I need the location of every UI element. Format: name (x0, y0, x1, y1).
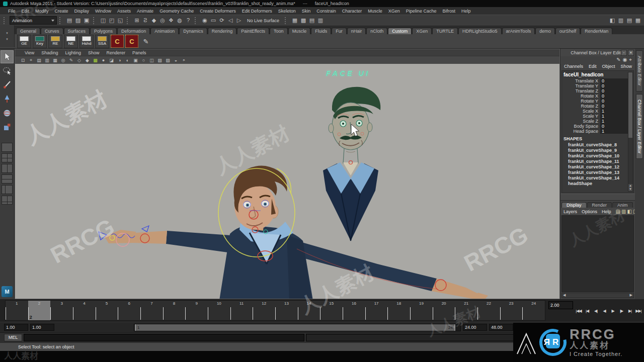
layout-two-pane-stacked-button[interactable] (2, 174, 13, 184)
viewport-3d-canvas[interactable]: FACE UI (15, 64, 559, 299)
lock-selection-icon[interactable]: ◉ (201, 16, 209, 25)
layout-outliner-pane-button[interactable] (2, 185, 13, 194)
bookmarks-icon[interactable]: ▥ (43, 58, 51, 63)
timeline-frame[interactable]: 11 (230, 301, 253, 320)
shelf-tab[interactable]: RenderMan (581, 28, 612, 34)
shape-node-row[interactable]: frankUI_curveShape_12 (564, 164, 628, 170)
grease-pencil-icon[interactable]: ✎ (67, 58, 75, 63)
shelf-tab[interactable]: Muscle (288, 28, 311, 34)
playback-start-field[interactable]: 1.00 (30, 324, 54, 331)
menu-item[interactable]: Edit Deformers (239, 9, 275, 14)
menu-item[interactable]: Skin (299, 9, 314, 14)
lasso-select-tool[interactable] (1, 64, 14, 77)
construction-history-icon[interactable]: ⟳ (218, 16, 226, 25)
shelf-tab[interactable]: nCloth (366, 28, 387, 34)
layout-two-pane-side-button[interactable] (2, 164, 13, 173)
timeline-frame[interactable]: 24 (522, 301, 545, 320)
shelf-button-re[interactable]: RE (48, 35, 62, 48)
layer-editor-menu-item[interactable]: Layers (564, 209, 577, 214)
shelf-tab[interactable]: nHair (347, 28, 366, 34)
move-tool[interactable] (1, 93, 14, 106)
screen-space-ao-icon[interactable]: ◑ (116, 58, 123, 63)
paint-select-tool[interactable] (1, 78, 14, 92)
menu-item[interactable]: Edit (19, 9, 33, 14)
input-connections-icon[interactable]: ◁ (226, 16, 234, 25)
default-material-icon[interactable]: ○ (140, 58, 147, 63)
timeline-frame[interactable]: 18 (387, 301, 410, 320)
channel-box-menu-item[interactable]: Object (602, 64, 615, 69)
close-panel-icon[interactable]: ✕ (628, 50, 634, 56)
current-time-field[interactable]: 2.00 (548, 301, 573, 309)
select-by-component-icon[interactable]: ◱ (116, 16, 124, 25)
shelf-button-ge[interactable]: GE (17, 35, 31, 48)
channel-box-menu-item[interactable]: Edit (589, 64, 597, 69)
command-input-field[interactable] (24, 334, 304, 341)
mel-toggle-button[interactable]: MEL (4, 334, 22, 341)
shape-node-row[interactable]: frankUI_curveShape_8 (564, 142, 628, 148)
timeline-frame[interactable]: 14 (298, 301, 320, 320)
shelf-tab[interactable]: Curves (41, 28, 63, 34)
timeline-frame[interactable]: 7 (140, 301, 163, 320)
motion-blur-icon[interactable]: ◐ (124, 58, 131, 63)
shelf-button-ssa[interactable]: SSA (95, 35, 109, 48)
ipr-render-icon[interactable]: ▩ (299, 16, 307, 25)
go-to-end-button[interactable]: ▶▶| (634, 309, 642, 313)
shelf-tab[interactable]: HDRLightStudio5 (458, 28, 502, 34)
shelf-tab[interactable]: TURTLE (432, 28, 458, 34)
channel-box-menu-item[interactable]: Show (621, 64, 632, 69)
shelf-tab[interactable]: ourShelf (555, 28, 581, 34)
menu-item[interactable]: Window (92, 9, 114, 14)
shape-node-row[interactable]: frankUI_curveShape_14 (564, 175, 628, 181)
joints-xray-icon[interactable]: ▨ (164, 58, 172, 63)
go-to-start-button[interactable]: |◀◀ (575, 309, 583, 313)
quick-help-icon[interactable]: ? (184, 16, 192, 25)
new-scene-icon[interactable]: ▤ (65, 16, 73, 25)
timeline-frame[interactable]: 5 (96, 301, 118, 320)
play-forwards-button[interactable]: ▶ (609, 309, 617, 313)
frame-ruler[interactable]: 1 2 2 3 4 5 (5, 300, 545, 321)
timeline-frame[interactable]: 17 (365, 301, 388, 320)
shelf-tab[interactable]: General (16, 28, 40, 34)
pin-panel-icon[interactable]: ▫ (621, 50, 627, 56)
timeline-frame[interactable]: 20 (433, 301, 455, 320)
menu-item[interactable]: Modify (32, 9, 52, 14)
save-scene-icon[interactable]: ▣ (83, 16, 91, 25)
shelf-button-hshd[interactable]: Hshd (79, 35, 94, 48)
create-layer-icon[interactable]: ◧ (627, 209, 631, 214)
shelf-tab[interactable]: demo (535, 28, 555, 34)
shaded-mode-icon[interactable]: ◆ (84, 58, 91, 63)
channel-scrollbar[interactable]: ▲▼ (628, 72, 633, 192)
timeline-frame[interactable]: 15 (320, 301, 343, 320)
step-forward-key-button[interactable]: |▶ (617, 309, 625, 313)
panel-menu-item[interactable]: Lighting (61, 50, 85, 55)
layout-three-pane-button[interactable] (2, 196, 13, 205)
drag-grip[interactable] (93, 17, 97, 24)
snap-to-curves-icon[interactable]: Ƨ (141, 16, 149, 25)
menu-item[interactable]: Help (458, 9, 474, 14)
shelf-tab[interactable]: Dynamics (179, 28, 207, 34)
move-layer-icon[interactable]: ▤ (616, 209, 620, 214)
shape-node-row[interactable]: frankUI_curveShape_13 (564, 170, 628, 175)
shape-node-row[interactable]: frankUI_curveShape_11 (564, 159, 628, 164)
isolate-select-icon[interactable]: ◫ (148, 58, 155, 63)
menu-item[interactable]: Create (52, 9, 71, 14)
drag-grip[interactable] (285, 17, 288, 24)
highlight-selection-icon[interactable]: ▭ (209, 16, 217, 25)
step-back-frame-button[interactable]: |◀ (583, 309, 591, 313)
drag-grip[interactable] (59, 17, 63, 24)
exposure-icon[interactable]: ◒ (172, 58, 180, 63)
step-back-key-button[interactable]: ◀| (592, 309, 600, 313)
wireframe-mode-icon[interactable]: ◇ (75, 58, 83, 63)
layout-single-pane-button[interactable] (2, 143, 13, 152)
snap-to-grids-icon[interactable]: ⊞ (133, 16, 141, 25)
layer-editor-menu-item[interactable]: Options (582, 209, 597, 214)
panel-menu-item[interactable]: Shading (38, 50, 61, 55)
step-forward-frame-button[interactable]: ▶| (626, 309, 634, 313)
menu-item[interactable]: Create Deformers (197, 9, 239, 14)
snap-to-view-planes-icon[interactable]: ❖ (167, 16, 175, 25)
layer-editor-tab[interactable]: Display (561, 202, 587, 208)
menu-item[interactable]: Skeleton (275, 9, 299, 14)
layer-list-area[interactable] (561, 215, 634, 292)
menu-set-selector[interactable]: Animation (10, 16, 57, 25)
shelf-collapse-controls[interactable]: ▾▾ (0, 25, 15, 47)
